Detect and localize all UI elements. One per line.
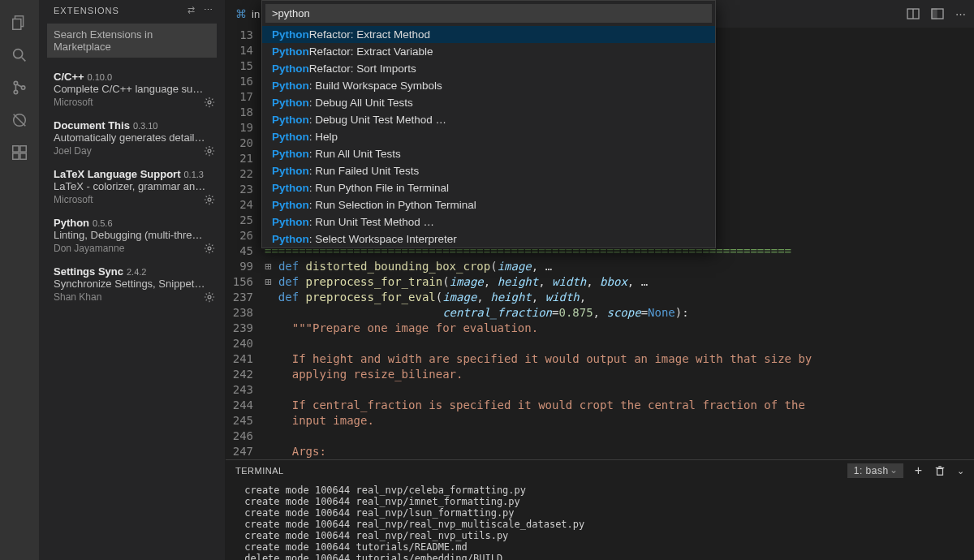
svg-point-15 [208, 198, 211, 201]
extension-item[interactable]: LaTeX Language Support0.1.3LaTeX - color… [39, 163, 225, 212]
editor-main: ⌘ in ⋯ >python Python Refactor: Extract … [226, 0, 974, 560]
svg-rect-22 [937, 468, 942, 475]
command-palette: >python Python Refactor: Extract MethodP… [261, 0, 716, 248]
ext-name: C/C++ [54, 71, 84, 83]
svg-rect-9 [13, 146, 19, 152]
extensions-list: C/C++0.10.0Complete C/C++ language suppo… [39, 66, 225, 560]
command-palette-item[interactable]: Python: Run Unit Test Method … [262, 213, 715, 230]
activity-debug-icon[interactable] [0, 104, 39, 136]
command-palette-item[interactable]: Python: Debug Unit Test Method … [262, 111, 715, 128]
line-gutter: 1314151617181920212223242526459915623723… [226, 28, 265, 459]
command-palette-item[interactable]: Python: Debug All Unit Tests [262, 94, 715, 111]
ext-description: LaTeX - colorizer, grammar and … [54, 180, 208, 192]
python-file-icon: ⌘ [235, 7, 247, 20]
command-palette-item[interactable]: Python: Select Workspace Interpreter [262, 230, 715, 248]
terminal-header: TERMINAL 1: bash + ⌄ [226, 460, 974, 481]
activity-bar [0, 0, 39, 560]
ext-publisher: Shan Khan [54, 291, 215, 303]
ext-description: Automatically generates detailed… [54, 131, 208, 144]
terminal-body[interactable]: create mode 100644 real_nvp/celeba_forma… [226, 481, 974, 560]
gear-icon[interactable] [204, 243, 215, 254]
ext-search-input[interactable]: Search Extensions in Marketplace [47, 24, 217, 58]
svg-rect-11 [13, 153, 19, 159]
terminal-chevron-down-icon[interactable]: ⌄ [957, 466, 965, 476]
command-palette-item[interactable]: Python: Build Workspace Symbols [262, 77, 715, 94]
sidebar: EXTENSIONS ⇄ ⋯ Search Extensions in Mark… [39, 0, 226, 560]
terminal-select[interactable]: 1: bash [847, 463, 903, 478]
svg-rect-21 [932, 9, 937, 19]
command-palette-input[interactable]: >python [265, 4, 712, 23]
extension-item[interactable]: Python0.5.6Linting, Debugging (multi-thr… [39, 212, 225, 261]
extension-item[interactable]: Document This0.3.10Automatically generat… [39, 114, 225, 163]
gear-icon[interactable] [204, 97, 215, 108]
ext-publisher: Microsoft [54, 194, 215, 205]
activity-git-icon[interactable] [0, 71, 39, 104]
extension-item[interactable]: Settings Sync2.4.2Synchronize Settings, … [39, 261, 225, 309]
tab-file-name: in [252, 8, 260, 20]
ext-description: Complete C/C++ language suppo… [54, 83, 208, 95]
activity-search-icon[interactable] [0, 39, 39, 71]
ext-description: Linting, Debugging (multi-thread… [54, 229, 208, 241]
ext-version: 2.4.2 [127, 267, 146, 277]
gear-icon[interactable] [204, 291, 215, 303]
svg-rect-10 [20, 146, 26, 152]
ext-version: 0.5.6 [93, 218, 112, 228]
svg-point-2 [14, 50, 23, 58]
ext-name: Document This [54, 119, 130, 131]
command-palette-item[interactable]: Python: Run Failed Unit Tests [262, 162, 715, 179]
ext-name: LaTeX Language Support [54, 168, 181, 180]
ext-version: 0.1.3 [184, 170, 204, 179]
command-palette-list: Python Refactor: Extract MethodPython Re… [262, 26, 715, 248]
terminal-title[interactable]: TERMINAL [235, 466, 284, 476]
ext-publisher: Don Jayamanne [54, 243, 215, 254]
svg-rect-12 [20, 153, 26, 159]
ext-version: 0.3.10 [133, 121, 158, 131]
sidebar-filter-icon[interactable]: ⇄ [187, 5, 196, 15]
command-palette-item[interactable]: Python: Run All Unit Tests [262, 145, 715, 162]
sidebar-header: EXTENSIONS ⇄ ⋯ [39, 0, 225, 20]
svg-point-13 [208, 101, 211, 104]
gear-icon[interactable] [204, 145, 215, 157]
tab-overflow-icon[interactable]: ⋯ [955, 8, 966, 20]
gear-icon[interactable] [204, 194, 215, 205]
terminal-kill-icon[interactable] [934, 465, 946, 476]
svg-point-14 [208, 149, 211, 153]
ext-version: 0.10.0 [88, 72, 113, 82]
command-palette-item[interactable]: Python: Run Selection in Python Terminal [262, 196, 715, 213]
command-palette-item[interactable]: Python Refactor: Extract Method [262, 26, 715, 43]
command-palette-item[interactable]: Python: Run Python File in Terminal [262, 179, 715, 196]
command-palette-item[interactable]: Python Refactor: Sort Imports [262, 60, 715, 77]
activity-extensions-icon[interactable] [0, 136, 39, 169]
tab-split-rect-icon[interactable] [931, 7, 944, 20]
svg-line-3 [22, 58, 26, 62]
svg-rect-1 [13, 19, 21, 29]
svg-point-5 [14, 90, 17, 93]
ext-name: Settings Sync [54, 265, 123, 278]
sidebar-title: EXTENSIONS [54, 6, 119, 15]
activity-files-icon[interactable] [0, 6, 39, 39]
ext-description: Synchronize Settings, Snippets, l… [54, 278, 208, 290]
svg-point-16 [208, 247, 211, 250]
command-palette-item[interactable]: Python: Help [262, 128, 715, 145]
extension-item[interactable]: C/C++0.10.0Complete C/C++ language suppo… [39, 66, 225, 114]
tab-split-h-icon[interactable] [907, 7, 920, 20]
svg-point-4 [14, 81, 17, 84]
sidebar-more-icon[interactable]: ⋯ [204, 5, 213, 15]
ext-name: Python [54, 217, 89, 229]
command-palette-item[interactable]: Python Refactor: Extract Variable [262, 43, 715, 60]
ext-publisher: Microsoft [54, 97, 215, 108]
ext-publisher: Joel Day [54, 145, 215, 157]
svg-point-17 [208, 295, 211, 299]
terminal-panel: TERMINAL 1: bash + ⌄ create mode 100644 … [226, 459, 974, 560]
terminal-new-icon[interactable]: + [915, 463, 923, 478]
